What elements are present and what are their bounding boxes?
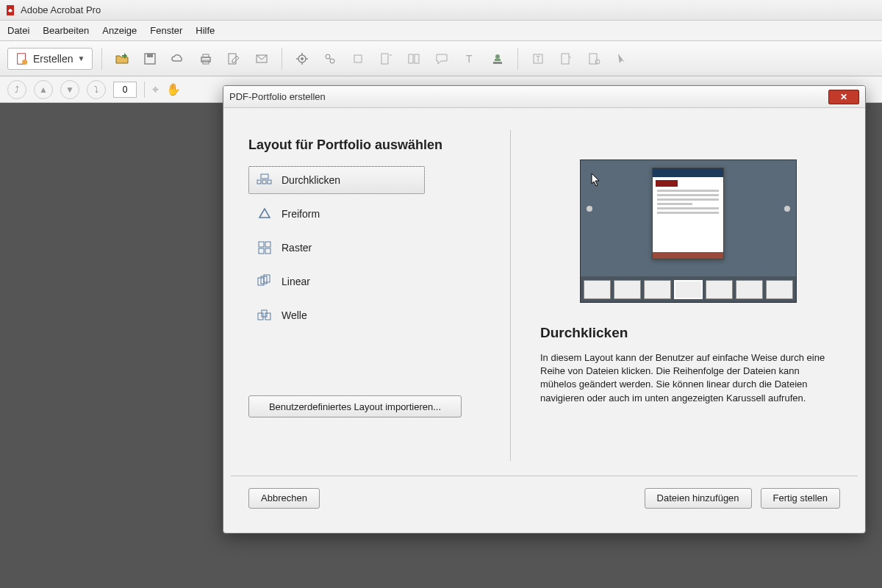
menu-fenster[interactable]: Fenster: [150, 25, 182, 36]
first-page-button[interactable]: ⤴: [7, 80, 26, 99]
svg-rect-28: [562, 54, 569, 64]
layout-label: Raster: [282, 242, 312, 254]
layout-option-raster[interactable]: Raster: [248, 234, 504, 262]
svg-rect-38: [265, 248, 270, 254]
settings-button[interactable]: [291, 48, 313, 70]
layout-label: Linear: [282, 276, 310, 287]
import-layout-button[interactable]: Benutzerdefiniertes Layout importieren..…: [248, 395, 462, 417]
layout-option-welle[interactable]: Welle: [248, 301, 504, 329]
svg-point-30: [595, 60, 600, 64]
menu-datei[interactable]: Datei: [7, 25, 29, 36]
main-toolbar: Erstellen ▼ T T: [0, 41, 882, 76]
cloud-button[interactable]: [167, 48, 189, 70]
finish-button[interactable]: Fertig stellen: [761, 488, 840, 509]
svg-point-10: [301, 57, 304, 60]
stamp-button[interactable]: [487, 48, 509, 70]
comment-button[interactable]: [431, 48, 453, 70]
preview-title: Durchklicken: [540, 325, 836, 341]
svg-rect-34: [261, 174, 268, 179]
svg-point-23: [495, 54, 500, 59]
svg-rect-32: [262, 180, 266, 184]
preview-document: [652, 168, 724, 259]
wave-icon: [257, 307, 273, 323]
create-pdf-icon: [15, 52, 29, 65]
save-button[interactable]: [139, 48, 161, 70]
text-tool-button[interactable]: T: [459, 48, 481, 70]
freeform-icon: [257, 206, 273, 222]
preview-prev-icon: [587, 206, 592, 212]
create-portfolio-dialog: PDF-Portfolio erstellen ✕ Layout für Por…: [223, 85, 866, 534]
dialog-right-panel: Durchklicken In diesem Layout kann der B…: [511, 115, 858, 468]
app-titlebar: Adobe Acrobat Pro: [0, 0, 882, 21]
svg-rect-35: [259, 242, 264, 247]
menubar: Datei Bearbeiten Anzeige Fenster Hilfe: [0, 21, 882, 41]
create-button[interactable]: Erstellen ▼: [7, 48, 93, 70]
dialog-footer: Abbrechen Dateien hinzufügen Fertig stel…: [231, 476, 858, 520]
layout-list: Durchklicken Freiform Raster Linear: [248, 166, 504, 329]
form-button[interactable]: [555, 48, 577, 70]
dialog-close-button[interactable]: ✕: [828, 90, 859, 104]
text-edit-button[interactable]: T: [527, 48, 549, 70]
print-button[interactable]: [195, 48, 217, 70]
preview-next-icon: [784, 206, 790, 212]
chevron-down-icon: ▼: [77, 54, 85, 62]
document-area: PDF-Portfolio erstellen ✕ Layout für Por…: [0, 103, 882, 588]
create-button-label: Erstellen: [33, 53, 73, 65]
email-button[interactable]: [251, 48, 273, 70]
svg-rect-25: [493, 62, 502, 64]
select-tool-button[interactable]: [611, 48, 633, 70]
page-thumbnails-button[interactable]: [375, 48, 397, 70]
preview-description: In diesem Layout kann der Benutzer auf e…: [540, 351, 836, 405]
two-page-button[interactable]: [403, 48, 425, 70]
preview-carousel: [581, 276, 796, 302]
layout-label: Durchklicken: [282, 174, 340, 186]
hand-tool-icon[interactable]: ✋: [166, 82, 181, 96]
grid-icon: [257, 240, 273, 256]
multimedia-button[interactable]: [583, 48, 605, 70]
dialog-titlebar[interactable]: PDF-Portfolio erstellen ✕: [223, 86, 865, 108]
edit-button[interactable]: [223, 48, 245, 70]
linear-icon: [257, 273, 273, 290]
toolbar-separator: [517, 48, 518, 70]
select-mode-icon[interactable]: ⌖: [152, 83, 159, 96]
click-through-icon: [257, 172, 273, 188]
svg-rect-37: [259, 248, 264, 254]
svg-rect-17: [354, 55, 362, 62]
svg-rect-24: [495, 59, 501, 61]
prev-page-button[interactable]: ▲: [34, 80, 53, 99]
quick-tools-button[interactable]: [319, 48, 341, 70]
dialog-heading: Layout für Portfolio auswählen: [248, 137, 504, 153]
menu-hilfe[interactable]: Hilfe: [196, 25, 215, 36]
cancel-button[interactable]: Abbrechen: [248, 488, 320, 509]
svg-text:T: T: [536, 55, 540, 63]
layout-option-durchklicken[interactable]: Durchklicken: [248, 166, 425, 194]
layout-option-freiform[interactable]: Freiform: [248, 200, 504, 228]
rotate-button[interactable]: [347, 48, 369, 70]
svg-rect-36: [265, 242, 270, 247]
app-title: Adobe Acrobat Pro: [21, 4, 101, 15]
layout-option-linear[interactable]: Linear: [248, 268, 504, 295]
acrobat-logo-icon: [4, 4, 16, 16]
layout-label: Freiform: [282, 208, 320, 220]
open-file-button[interactable]: [111, 48, 133, 70]
add-files-button[interactable]: Dateien hinzufügen: [645, 488, 752, 509]
next-page-button[interactable]: ▼: [60, 80, 79, 99]
menu-bearbeiten[interactable]: Bearbeiten: [43, 25, 89, 36]
dialog-title: PDF-Portfolio erstellen: [229, 91, 828, 102]
toolbar-separator: [101, 48, 102, 70]
svg-rect-31: [257, 180, 261, 184]
svg-rect-18: [381, 54, 388, 64]
svg-text:T: T: [466, 53, 473, 65]
page-number-input[interactable]: 0: [113, 82, 137, 98]
svg-rect-3: [147, 54, 153, 57]
svg-rect-21: [415, 54, 419, 63]
layout-preview: [580, 159, 797, 303]
toolbar-separator: [282, 48, 282, 70]
menu-anzeige[interactable]: Anzeige: [102, 25, 137, 36]
last-page-button[interactable]: ⤵: [87, 80, 106, 99]
svg-rect-33: [268, 180, 271, 184]
svg-point-1: [22, 59, 27, 64]
cursor-icon: [591, 173, 601, 187]
dialog-left-panel: Layout für Portfolio auswählen Durchklic…: [231, 115, 510, 468]
toolbar-separator: [144, 82, 145, 98]
